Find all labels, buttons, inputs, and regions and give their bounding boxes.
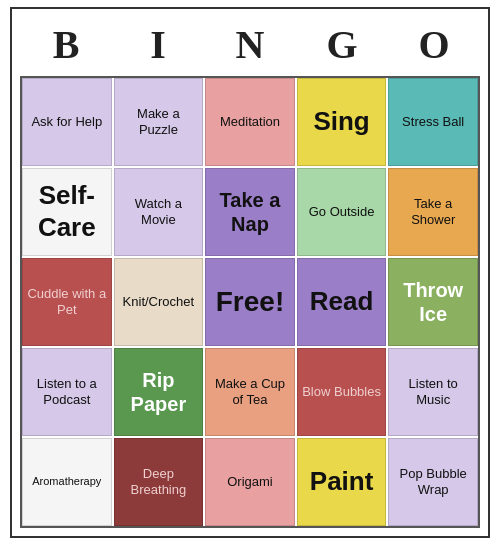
cell-4-3: Paint xyxy=(297,438,387,526)
cell-1-0: Self-Care xyxy=(22,168,112,256)
cell-2-2: Free! xyxy=(205,258,295,346)
cell-4-1: Deep Breathing xyxy=(114,438,204,526)
header-letter-o: O xyxy=(391,21,477,68)
cell-3-4: Listen to Music xyxy=(388,348,478,436)
cell-4-4: Pop Bubble Wrap xyxy=(388,438,478,526)
bingo-card: BINGO Ask for HelpMake a PuzzleMeditatio… xyxy=(10,7,490,538)
header-letter-g: G xyxy=(299,21,385,68)
cell-0-2: Meditation xyxy=(205,78,295,166)
cell-3-1: Rip Paper xyxy=(114,348,204,436)
header-letter-b: B xyxy=(23,21,109,68)
cell-1-1: Watch a Movie xyxy=(114,168,204,256)
cell-2-3: Read xyxy=(297,258,387,346)
bingo-header: BINGO xyxy=(20,17,480,76)
cell-0-4: Stress Ball xyxy=(388,78,478,166)
cell-4-0: Aromatherapy xyxy=(22,438,112,526)
cell-1-3: Go Outside xyxy=(297,168,387,256)
cell-0-3: Sing xyxy=(297,78,387,166)
bingo-grid: Ask for HelpMake a PuzzleMeditationSingS… xyxy=(20,76,480,528)
cell-3-3: Blow Bubbles xyxy=(297,348,387,436)
header-letter-i: I xyxy=(115,21,201,68)
cell-0-1: Make a Puzzle xyxy=(114,78,204,166)
cell-2-0: Cuddle with a Pet xyxy=(22,258,112,346)
cell-3-2: Make a Cup of Tea xyxy=(205,348,295,436)
cell-4-2: Origami xyxy=(205,438,295,526)
cell-0-0: Ask for Help xyxy=(22,78,112,166)
cell-3-0: Listen to a Podcast xyxy=(22,348,112,436)
cell-1-2: Take a Nap xyxy=(205,168,295,256)
header-letter-n: N xyxy=(207,21,293,68)
cell-1-4: Take a Shower xyxy=(388,168,478,256)
cell-2-1: Knit/Crochet xyxy=(114,258,204,346)
cell-2-4: Throw Ice xyxy=(388,258,478,346)
